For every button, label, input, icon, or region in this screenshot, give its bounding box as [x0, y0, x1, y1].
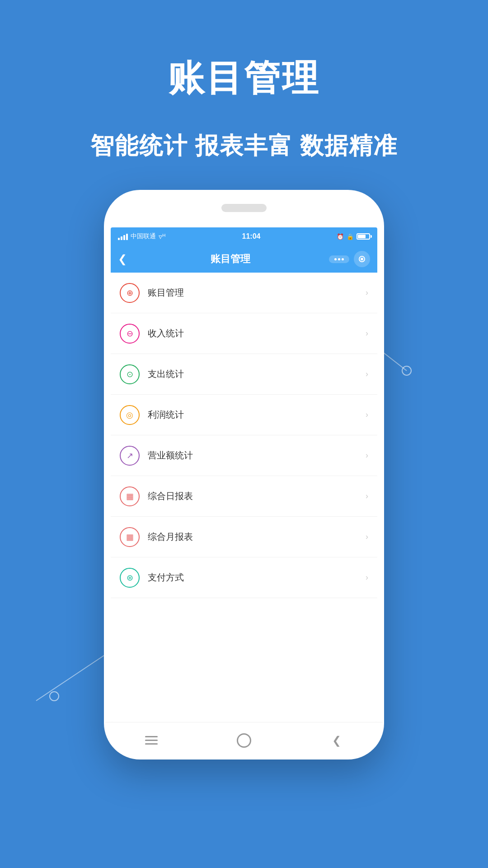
menu-item-5[interactable]: ↗营业额统计›: [111, 435, 377, 476]
menu-label-1: 账目管理: [148, 287, 366, 299]
menu-icon-8: ⊛: [120, 568, 140, 588]
carrier-text: 中国联通: [131, 232, 156, 241]
record-icon: [359, 256, 365, 262]
nav-actions: [329, 251, 370, 267]
menu-label-7: 综合月报表: [148, 531, 366, 543]
page-title: 账目管理: [0, 54, 488, 103]
wifi-icon: ▿ᴴ: [159, 232, 166, 241]
chevron-right-icon: ›: [366, 491, 368, 501]
menu-item-1[interactable]: ⊕账目管理›: [111, 273, 377, 313]
home-circle-icon: [237, 733, 251, 748]
hamburger-menu-button[interactable]: [138, 727, 165, 754]
bottom-nav: ❮: [105, 722, 383, 758]
menu-item-3[interactable]: ⊙支出统计›: [111, 354, 377, 395]
svg-point-1: [402, 366, 411, 375]
back-nav-button[interactable]: ❮: [323, 727, 350, 754]
back-arrow-icon: ❮: [332, 734, 341, 747]
menu-label-2: 收入统计: [148, 327, 366, 340]
home-button[interactable]: [230, 727, 258, 754]
nav-bar: ❮ 账目管理: [111, 245, 377, 273]
menu-item-8[interactable]: ⊛支付方式›: [111, 557, 377, 598]
status-left: 中国联通 ▿ᴴ: [118, 232, 166, 241]
lock-icon: 🔒: [347, 233, 354, 240]
more-options-button[interactable]: [329, 255, 349, 263]
chevron-right-icon: ›: [366, 288, 368, 297]
menu-icon-1: ⊕: [120, 283, 140, 303]
menu-icon-4: ◎: [120, 405, 140, 425]
menu-icon-6: ▦: [120, 486, 140, 506]
status-time: 11:04: [242, 232, 261, 241]
chevron-right-icon: ›: [366, 410, 368, 420]
dot-icon: [334, 258, 337, 260]
nav-title: 账目管理: [131, 252, 329, 266]
page-subtitle: 智能统计 报表丰富 数据精准: [0, 130, 488, 162]
hamburger-icon: [145, 736, 158, 745]
phone-screen: 中国联通 ▿ᴴ 11:04 ⏰ 🔒 ❮ 账目管理: [111, 227, 377, 722]
svg-point-3: [50, 692, 59, 701]
alarm-icon: ⏰: [337, 233, 344, 240]
chevron-right-icon: ›: [366, 369, 368, 379]
chevron-right-icon: ›: [366, 451, 368, 460]
menu-item-6[interactable]: ▦综合日报表›: [111, 476, 377, 517]
chevron-right-icon: ›: [366, 532, 368, 542]
dot-icon: [338, 258, 340, 260]
menu-label-5: 营业额统计: [148, 449, 366, 462]
battery-icon: [357, 233, 370, 240]
svg-line-2: [36, 656, 104, 701]
phone-speaker: [221, 204, 267, 212]
signal-bars-icon: [118, 233, 128, 240]
chevron-right-icon: ›: [366, 573, 368, 582]
menu-icon-3: ⊙: [120, 364, 140, 384]
status-bar: 中国联通 ▿ᴴ 11:04 ⏰ 🔒: [111, 227, 377, 245]
phone-mockup: 中国联通 ▿ᴴ 11:04 ⏰ 🔒 ❮ 账目管理: [104, 190, 384, 760]
record-button[interactable]: [354, 251, 370, 267]
menu-icon-2: ⊖: [120, 324, 140, 344]
menu-item-2[interactable]: ⊖收入统计›: [111, 313, 377, 354]
back-button[interactable]: ❮: [118, 253, 127, 265]
menu-label-6: 综合日报表: [148, 490, 366, 502]
menu-label-8: 支付方式: [148, 571, 366, 584]
status-right: ⏰ 🔒: [337, 233, 370, 240]
menu-icon-7: ▦: [120, 527, 140, 547]
chevron-right-icon: ›: [366, 329, 368, 338]
dot-icon: [342, 258, 344, 260]
menu-label-4: 利润统计: [148, 409, 366, 421]
menu-label-3: 支出统计: [148, 368, 366, 380]
menu-list: ⊕账目管理›⊖收入统计›⊙支出统计›◎利润统计›↗营业额统计›▦综合日报表›▦综…: [111, 273, 377, 722]
menu-icon-5: ↗: [120, 446, 140, 466]
menu-item-7[interactable]: ▦综合月报表›: [111, 517, 377, 557]
menu-item-4[interactable]: ◎利润统计›: [111, 395, 377, 435]
